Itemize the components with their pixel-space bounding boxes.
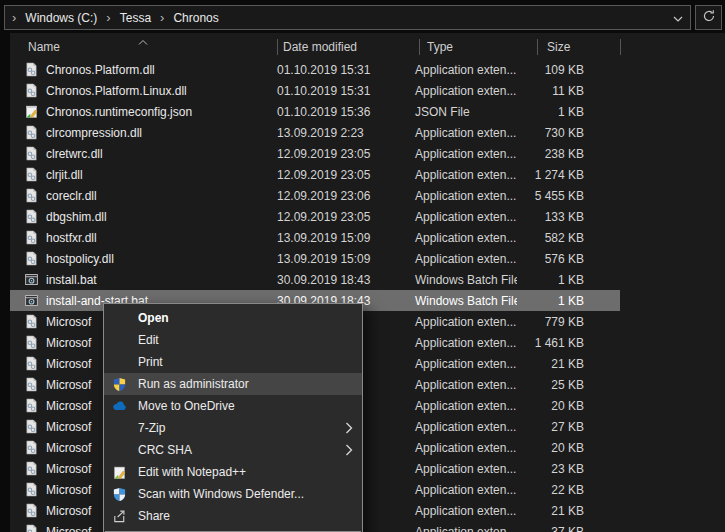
dll-file-icon	[24, 83, 40, 99]
file-size: 1 KB	[517, 105, 592, 119]
breadcrumb-chevron-icon[interactable]: ›	[99, 10, 117, 25]
menu-item[interactable]: Run as administrator	[104, 373, 362, 395]
file-size: 576 KB	[517, 252, 592, 266]
column-header-type[interactable]: Type	[427, 40, 453, 54]
file-size: 25 KB	[517, 378, 592, 392]
table-row[interactable]: clrcompression.dll 13.09.2019 2:23 Appli…	[10, 122, 620, 143]
dll-file-icon	[24, 230, 40, 246]
table-row[interactable]: clretwrc.dll 12.09.2019 23:05 Applicatio…	[10, 143, 620, 164]
menu-item[interactable]: Edit with Notepad++	[104, 461, 362, 483]
file-date-modified: 01.10.2019 15:31	[271, 63, 407, 77]
file-name: clrcompression.dll	[40, 126, 271, 140]
column-header-name[interactable]: Name	[28, 40, 60, 54]
file-size: 21 KB	[517, 357, 592, 371]
file-size: 11 KB	[517, 84, 592, 98]
breadcrumb-item[interactable]: Windows (C:)	[23, 11, 99, 25]
column-header-size[interactable]: Size	[547, 40, 570, 54]
file-type: Application exten...	[407, 63, 517, 77]
submenu-chevron-icon	[345, 422, 353, 434]
refresh-button[interactable]	[695, 5, 722, 30]
share-icon	[111, 508, 127, 524]
file-name: clretwrc.dll	[40, 147, 271, 161]
column-resize-handle[interactable]	[537, 39, 538, 55]
menu-item-icon-placeholder	[111, 442, 127, 458]
dll-file-icon	[24, 398, 40, 414]
address-dropdown-button[interactable]	[666, 6, 690, 29]
column-header-row: Name Date modified Type Size	[10, 33, 725, 59]
context-menu: Open Edit Print Run as administrator Mov…	[103, 303, 363, 532]
table-row[interactable]: Chronos.Platform.Linux.dll 01.10.2019 15…	[10, 80, 620, 101]
file-date-modified: 01.10.2019 15:36	[271, 105, 407, 119]
column-header-date-modified[interactable]: Date modified	[283, 40, 357, 54]
defender-shield-icon	[111, 486, 127, 502]
column-resize-handle[interactable]	[620, 39, 621, 55]
address-bar[interactable]: › Windows (C:)›Tessa›Chronos	[4, 5, 691, 30]
file-name: dbgshim.dll	[40, 210, 271, 224]
file-name: clrjit.dll	[40, 168, 271, 182]
table-row[interactable]: dbgshim.dll 12.09.2019 23:05 Application…	[10, 206, 620, 227]
submenu-chevron-icon	[345, 444, 353, 456]
file-size: 21 KB	[517, 504, 592, 518]
file-type: Application exten...	[407, 441, 517, 455]
sort-ascending-icon	[138, 34, 148, 39]
menu-item-label: Open	[138, 311, 169, 325]
dll-file-icon	[24, 167, 40, 183]
menu-item[interactable]: 7-Zip	[104, 417, 362, 439]
file-type: Application exten...	[407, 147, 517, 161]
menu-item[interactable]: Print	[104, 351, 362, 373]
table-row[interactable]: coreclr.dll 12.09.2019 23:06 Application…	[10, 185, 620, 206]
file-size: 582 KB	[517, 231, 592, 245]
menu-item-icon-placeholder	[111, 310, 127, 326]
file-size: 238 KB	[517, 147, 592, 161]
file-type: Windows Batch File	[407, 273, 517, 287]
menu-item[interactable]: Open	[104, 307, 362, 329]
table-row[interactable]: hostfxr.dll 13.09.2019 15:09 Application…	[10, 227, 620, 248]
refresh-icon	[702, 9, 716, 26]
file-date-modified: 12.09.2019 23:05	[271, 147, 407, 161]
menu-item[interactable]: CRC SHA	[104, 439, 362, 461]
breadcrumb-item[interactable]: Tessa	[118, 11, 153, 25]
dll-file-icon	[24, 251, 40, 267]
column-resize-handle[interactable]	[277, 39, 278, 55]
file-type: Application exten...	[407, 168, 517, 182]
file-type: Application exten...	[407, 252, 517, 266]
file-date-modified: 12.09.2019 23:05	[271, 210, 407, 224]
column-resize-handle[interactable]	[419, 39, 420, 55]
bat-file-icon	[24, 293, 40, 309]
chevron-down-icon	[673, 11, 683, 25]
file-type: Application exten...	[407, 525, 517, 532]
dll-file-icon	[24, 440, 40, 456]
file-size: 779 KB	[517, 315, 592, 329]
table-row[interactable]: Chronos.Platform.dll 01.10.2019 15:31 Ap…	[10, 59, 620, 80]
file-type: Application exten...	[407, 504, 517, 518]
menu-item-icon-placeholder	[111, 332, 127, 348]
file-type: JSON File	[407, 105, 517, 119]
menu-item[interactable]: Scan with Windows Defender...	[104, 483, 362, 505]
file-type: Application exten...	[407, 357, 517, 371]
table-row[interactable]: clrjit.dll 12.09.2019 23:05 Application …	[10, 164, 620, 185]
file-date-modified: 01.10.2019 15:31	[271, 84, 407, 98]
file-type: Application exten...	[407, 84, 517, 98]
dll-file-icon	[24, 524, 40, 532]
dll-file-icon	[24, 377, 40, 393]
table-row[interactable]: hostpolicy.dll 13.09.2019 15:09 Applicat…	[10, 248, 620, 269]
breadcrumb-root-chevron-icon[interactable]: ›	[5, 11, 23, 24]
table-row[interactable]: Chronos.runtimeconfig.json 01.10.2019 15…	[10, 101, 620, 122]
menu-item-icon-placeholder	[111, 420, 127, 436]
menu-item[interactable]: Share	[104, 505, 362, 527]
file-name: hostpolicy.dll	[40, 252, 271, 266]
table-row[interactable]: install.bat 30.09.2019 18:43 Windows Bat…	[10, 269, 620, 290]
dll-file-icon	[24, 503, 40, 519]
menu-item[interactable]: Edit	[104, 329, 362, 351]
file-type: Application exten...	[407, 189, 517, 203]
file-type: Application exten...	[407, 462, 517, 476]
file-type: Application exten...	[407, 315, 517, 329]
menu-item-label: Scan with Windows Defender...	[138, 487, 304, 501]
dll-file-icon	[24, 314, 40, 330]
menu-item-label: Print	[138, 355, 163, 369]
menu-item[interactable]: Move to OneDrive	[104, 395, 362, 417]
file-type: Application exten...	[407, 231, 517, 245]
breadcrumb-item[interactable]: Chronos	[171, 11, 220, 25]
dll-file-icon	[24, 62, 40, 78]
breadcrumb-chevron-icon[interactable]: ›	[153, 10, 171, 25]
